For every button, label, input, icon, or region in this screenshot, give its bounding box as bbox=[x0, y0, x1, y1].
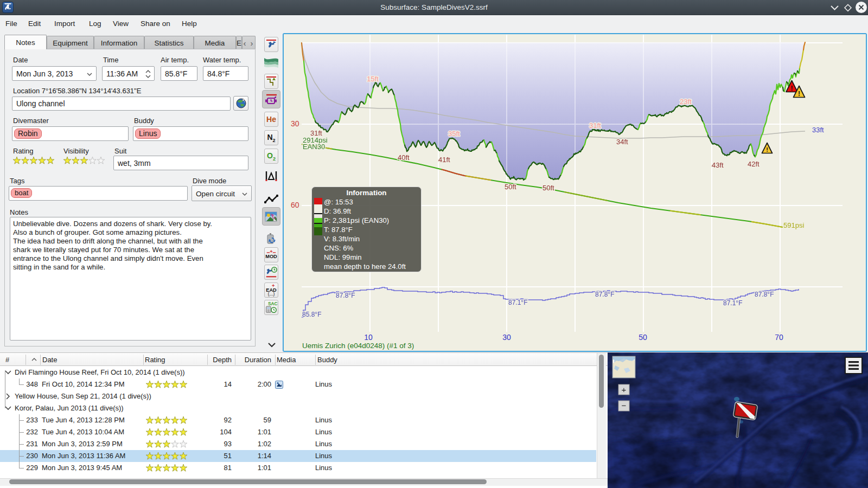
svg-text:+: + bbox=[622, 385, 627, 394]
svg-text:34ft: 34ft bbox=[616, 138, 628, 146]
svg-text:42ft: 42ft bbox=[748, 160, 760, 168]
svg-text:!: ! bbox=[798, 90, 800, 98]
svg-text:EAN30: EAN30 bbox=[303, 143, 325, 151]
svg-text:15ft: 15ft bbox=[367, 75, 379, 83]
svg-text:MOD: MOD bbox=[265, 254, 277, 259]
svg-text:23ft: 23ft bbox=[680, 98, 692, 106]
svg-text:87.8°F: 87.8°F bbox=[755, 291, 774, 298]
svg-text:50ft: 50ft bbox=[542, 184, 554, 192]
svg-text:70: 70 bbox=[775, 333, 783, 342]
svg-text:10: 10 bbox=[364, 333, 373, 342]
svg-text:41ft: 41ft bbox=[438, 156, 450, 164]
svg-text:30: 30 bbox=[502, 333, 511, 342]
svg-text:35ft: 35ft bbox=[448, 130, 460, 138]
svg-text:40ft: 40ft bbox=[398, 153, 410, 162]
svg-text:87.1°F: 87.1°F bbox=[508, 299, 527, 306]
svg-text:Uemis Zurich (e04d0248) (#1 of: Uemis Zurich (e04d0248) (#1 of 3) bbox=[302, 342, 414, 350]
svg-text:(...): (...) bbox=[268, 291, 275, 297]
svg-text:85.8°F: 85.8°F bbox=[302, 311, 321, 318]
svg-text:31ft: 31ft bbox=[589, 121, 601, 130]
svg-text:87.8°F: 87.8°F bbox=[336, 292, 355, 299]
svg-text:87.8°F: 87.8°F bbox=[595, 291, 614, 298]
svg-text:33ft: 33ft bbox=[812, 126, 824, 134]
svg-text:!: ! bbox=[766, 146, 768, 153]
svg-text:SAC: SAC bbox=[268, 301, 278, 306]
svg-text:60: 60 bbox=[291, 201, 299, 209]
svg-text:50ft: 50ft bbox=[505, 183, 516, 191]
svg-text:−: − bbox=[622, 401, 627, 410]
svg-text:!: ! bbox=[790, 85, 793, 92]
svg-text:591psi: 591psi bbox=[783, 221, 804, 229]
svg-text:50: 50 bbox=[639, 333, 647, 342]
svg-text:30: 30 bbox=[291, 119, 299, 128]
svg-text:43ft: 43ft bbox=[712, 161, 724, 169]
svg-text:87.1°F: 87.1°F bbox=[723, 299, 742, 307]
